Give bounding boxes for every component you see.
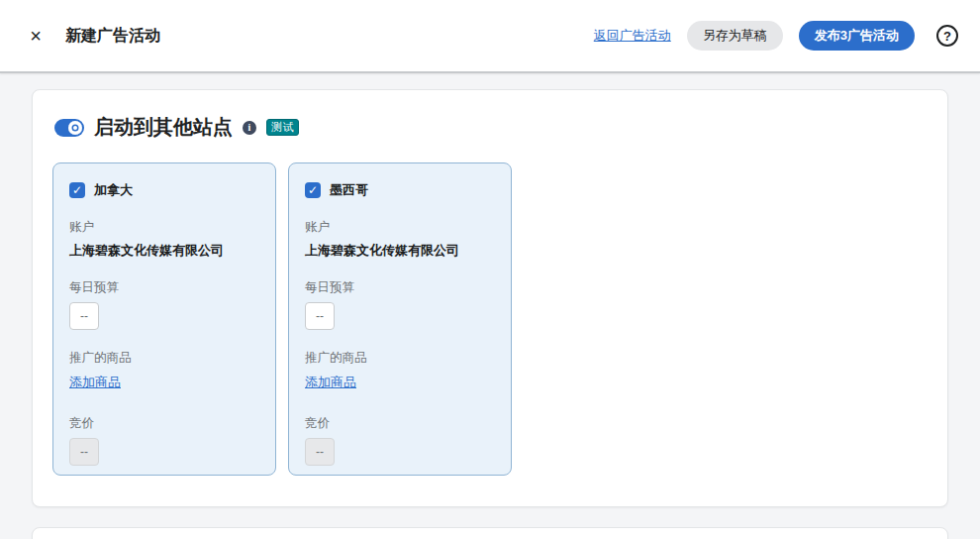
launch-other-sites-panel: 启动到其他站点 i 测试 ✓ 加拿大 账户 上海碧森文化传媒有限公司 每日预算 … — [32, 89, 948, 507]
checkbox-checked-icon[interactable]: ✓ — [305, 182, 321, 198]
add-product-link[interactable]: 添加商品 — [69, 374, 121, 391]
site-card-mexico: ✓ 墨西哥 账户 上海碧森文化传媒有限公司 每日预算 -- 推广的商品 添加商品… — [288, 162, 512, 476]
launch-toggle[interactable] — [54, 119, 84, 137]
top-bar-actions: 返回广告活动 另存为草稿 发布3广告活动 ? — [594, 21, 958, 51]
bid-field[interactable]: -- — [305, 438, 335, 466]
daily-budget-label: 每日预算 — [69, 279, 259, 296]
section-header: 启动到其他站点 i 测试 — [52, 114, 928, 141]
daily-budget-field[interactable]: -- — [69, 302, 99, 330]
account-label: 账户 — [305, 219, 495, 236]
bid-label: 竞价 — [305, 415, 495, 432]
toggle-knob — [68, 121, 82, 135]
close-icon[interactable]: × — [22, 22, 49, 50]
info-icon[interactable]: i — [243, 121, 256, 135]
top-bar: × 新建广告活动 返回广告活动 另存为草稿 发布3广告活动 ? — [0, 0, 980, 73]
add-product-link[interactable]: 添加商品 — [305, 374, 356, 391]
bid-field[interactable]: -- — [69, 438, 99, 466]
back-to-campaigns-link[interactable]: 返回广告活动 — [594, 27, 671, 45]
next-section-panel-partial — [32, 527, 948, 539]
daily-budget-field[interactable]: -- — [305, 302, 335, 330]
site-cards-row: ✓ 加拿大 账户 上海碧森文化传媒有限公司 每日预算 -- 推广的商品 添加商品… — [52, 162, 928, 476]
site-name-label: 墨西哥 — [330, 181, 368, 199]
account-label: 账户 — [69, 219, 259, 236]
save-as-draft-button[interactable]: 另存为草稿 — [687, 21, 783, 51]
publish-campaign-button[interactable]: 发布3广告活动 — [799, 21, 915, 51]
promoted-products-label: 推广的商品 — [305, 350, 495, 367]
daily-budget-label: 每日预算 — [305, 279, 495, 296]
checkbox-checked-icon[interactable]: ✓ — [69, 182, 85, 198]
site-name-label: 加拿大 — [94, 181, 133, 199]
promoted-products-label: 推广的商品 — [69, 350, 259, 367]
page-title: 新建广告活动 — [65, 26, 160, 47]
account-value: 上海碧森文化传媒有限公司 — [69, 242, 259, 260]
section-title: 启动到其他站点 — [94, 114, 233, 141]
site-check-row[interactable]: ✓ 加拿大 — [69, 181, 259, 199]
main-content: 启动到其他站点 i 测试 ✓ 加拿大 账户 上海碧森文化传媒有限公司 每日预算 … — [0, 73, 980, 539]
site-check-row[interactable]: ✓ 墨西哥 — [305, 181, 495, 199]
bid-label: 竞价 — [69, 415, 259, 432]
account-value: 上海碧森文化传媒有限公司 — [305, 242, 495, 260]
beta-badge: 测试 — [266, 119, 299, 136]
site-card-canada: ✓ 加拿大 账户 上海碧森文化传媒有限公司 每日预算 -- 推广的商品 添加商品… — [52, 162, 276, 476]
help-icon[interactable]: ? — [936, 25, 958, 47]
